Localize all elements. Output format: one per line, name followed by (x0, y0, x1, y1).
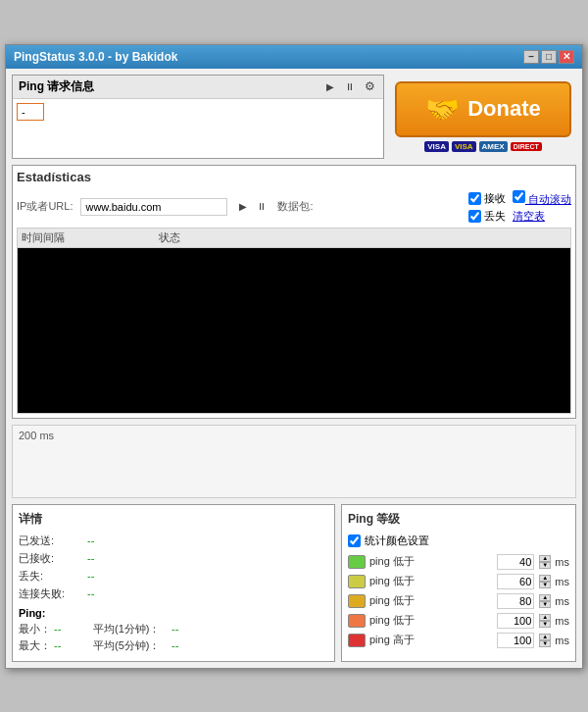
direct-icon: DIRECT (511, 142, 542, 151)
spin-up-3[interactable]: ▲ (539, 614, 551, 621)
detail-row-failed: 连接失败: -- (19, 586, 328, 601)
spin-up-2[interactable]: ▲ (539, 594, 551, 601)
spinner-2: ▲ ▼ (539, 594, 551, 608)
spinner-4: ▲ ▼ (539, 634, 551, 647)
close-button[interactable]: ✕ (559, 50, 574, 64)
spinner-1: ▲ ▼ (539, 575, 551, 588)
stats-pause-button[interactable] (254, 199, 270, 215)
settings-button[interactable] (362, 78, 377, 94)
checkboxes: 接收 自动滚动 丢失 清空表 (468, 190, 571, 224)
header-controls (322, 78, 377, 94)
grade-row-0: ping 低于 ▲ ▼ ms (348, 554, 569, 570)
detail-row-lost: 丢失: -- (19, 569, 328, 584)
grade-input-3[interactable] (497, 613, 534, 629)
lose-row: 丢失 清空表 (468, 209, 571, 224)
receive-label: 接收 (484, 191, 506, 206)
grade-row-2: ping 低于 ▲ ▼ ms (348, 593, 569, 609)
url-entry[interactable]: - (17, 103, 44, 121)
autoscroll-label: 自动滚动 (528, 193, 571, 205)
stats-section: Estadísticas IP或者URL: 数据包: 接收 自动滚动 (12, 165, 576, 419)
avg5-val: -- (172, 639, 178, 651)
details-panel: 详情 已发送: -- 已接收: -- 丢失: -- 连接失败: -- (12, 504, 335, 662)
ping-min-row: 最小： -- 平均(1分钟)： -- (19, 622, 328, 636)
ping-max-row: 最大： -- 平均(5分钟)： -- (19, 638, 328, 653)
spin-up-1[interactable]: ▲ (539, 575, 551, 582)
details-title: 详情 (19, 511, 328, 528)
maximize-button[interactable]: □ (541, 50, 557, 64)
received-val: -- (87, 552, 94, 564)
grade-text-4: ping 高于 (369, 633, 493, 647)
visa2-icon: VISA (452, 141, 476, 152)
max-val: -- (54, 639, 83, 651)
grade-text-2: ping 低于 (369, 593, 493, 608)
lose-label: 丢失 (484, 209, 506, 224)
grade-ms-3: ms (555, 615, 569, 627)
detail-row-sent: 已发送: -- (19, 534, 328, 548)
grade-row-1: ping 低于 ▲ ▼ ms (348, 574, 569, 589)
ip-input[interactable] (80, 198, 227, 216)
avg1-val: -- (172, 623, 178, 635)
stats-color-checkbox[interactable] (348, 534, 361, 547)
color-box-1 (348, 575, 366, 588)
spin-down-1[interactable]: ▼ (539, 582, 551, 588)
donate-button[interactable]: 🤝 Donate (395, 81, 571, 137)
bottom-panels: 详情 已发送: -- 已接收: -- 丢失: -- 连接失败: -- (12, 504, 576, 662)
grade-rows-container: ping 低于 ▲ ▼ ms ping 低于 ▲ ▼ ms ping 低于 ▲ … (348, 554, 569, 648)
spinner-0: ▲ ▼ (539, 555, 551, 569)
spin-down-3[interactable]: ▼ (539, 621, 551, 628)
play-button[interactable] (322, 78, 338, 94)
min-val: -- (54, 623, 83, 635)
spin-down-0[interactable]: ▼ (539, 562, 551, 569)
avg5-label: 平均(5分钟)： (93, 638, 172, 653)
spin-down-2[interactable]: ▼ (539, 601, 551, 608)
color-box-0 (348, 555, 366, 569)
grade-ms-2: ms (555, 595, 569, 607)
grade-input-1[interactable] (497, 574, 534, 589)
ping-title: Ping: (19, 607, 328, 619)
autoscroll-checkbox[interactable] (513, 190, 525, 203)
color-box-3 (348, 614, 366, 628)
received-key: 已接收: (19, 551, 87, 566)
grade-row-3: ping 低于 ▲ ▼ ms (348, 613, 569, 629)
failed-val: -- (87, 587, 94, 599)
stats-color-row: 统计颜色设置 (348, 534, 569, 548)
visa-icon: VISA (424, 141, 449, 152)
clear-link[interactable]: 清空表 (513, 209, 545, 224)
col-time: 时间间隔 (22, 230, 159, 245)
pkt-label: 数据包: (277, 199, 313, 214)
data-table-body (17, 247, 571, 414)
stats-controls (235, 199, 270, 215)
ping-request-label: Ping 请求信息 (19, 78, 94, 95)
grade-input-4[interactable] (497, 633, 534, 648)
failed-key: 连接失败: (19, 586, 87, 601)
stats-color-label: 统计颜色设置 (365, 534, 429, 548)
grade-input-2[interactable] (497, 593, 534, 609)
avg1-label: 平均(1分钟)： (93, 622, 172, 636)
stats-play-button[interactable] (235, 199, 251, 215)
minimize-button[interactable]: – (523, 50, 539, 64)
donate-label: Donate (467, 96, 541, 122)
chart-area: 200 ms (12, 425, 576, 498)
spin-up-4[interactable]: ▲ (539, 634, 551, 640)
grade-panel: Ping 等级 统计颜色设置 ping 低于 ▲ ▼ ms ping 低于 ▲ … (341, 504, 576, 662)
grade-input-0[interactable] (497, 554, 534, 570)
grade-title: Ping 等级 (348, 511, 569, 528)
grade-ms-4: ms (555, 635, 569, 646)
sent-val: -- (87, 534, 94, 546)
top-section: Ping 请求信息 - 🤝 Donate V (12, 75, 576, 159)
ping-request-header: Ping 请求信息 (13, 76, 383, 99)
amex-icon: AMEX (479, 141, 508, 152)
grade-ms-0: ms (555, 556, 569, 568)
lost-val: -- (87, 570, 94, 582)
lose-checkbox[interactable] (468, 210, 481, 223)
pause-button[interactable] (342, 78, 358, 94)
ip-label: IP或者URL: (17, 199, 73, 214)
title-bar: PingStatus 3.0.0 - by Bakidok – □ ✕ (6, 45, 582, 69)
spin-down-4[interactable]: ▼ (539, 640, 551, 647)
main-window: PingStatus 3.0.0 - by Bakidok – □ ✕ Ping… (5, 44, 583, 669)
receive-row: 接收 自动滚动 (468, 190, 571, 207)
receive-checkbox[interactable] (468, 192, 481, 205)
color-box-2 (348, 594, 366, 608)
autoscroll-checkbox-row: 自动滚动 (513, 190, 571, 207)
spin-up-0[interactable]: ▲ (539, 555, 551, 562)
